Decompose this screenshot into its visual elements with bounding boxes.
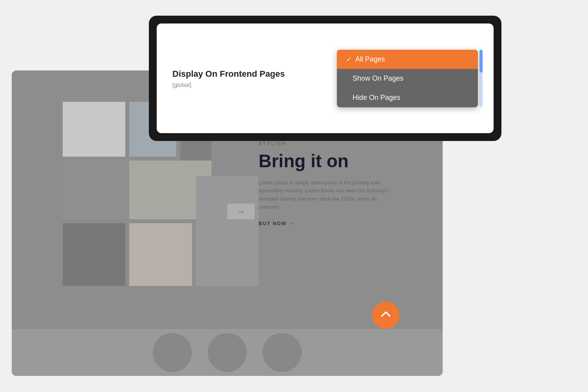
dropdown-item-all-pages[interactable]: All Pages	[337, 50, 478, 69]
bottom-circle-2	[208, 333, 247, 372]
bottom-circle-1	[153, 333, 192, 372]
dropdown-label-all-pages: All Pages	[355, 55, 385, 63]
label-section: Display On Frontend Pages [global]	[172, 69, 337, 88]
photo-block-1	[63, 102, 125, 157]
dropdown-list[interactable]: All Pages Show On Pages Hide On Pages	[337, 50, 478, 107]
photo-block-7	[129, 223, 192, 286]
main-heading: Bring it on	[259, 151, 392, 171]
photo-block-6	[63, 223, 125, 286]
modal-panel: Display On Frontend Pages [global] All P…	[149, 16, 501, 141]
dropdown-label-hide-on-pages: Hide On Pages	[353, 94, 400, 102]
scrollbar-indicator[interactable]	[479, 50, 483, 107]
body-text: Lorem Ipsum is simply dummy text of the …	[259, 179, 392, 211]
bottom-circle-3	[262, 333, 302, 372]
cta-label: BUY NOW	[259, 221, 287, 226]
scroll-to-top-button[interactable]	[372, 302, 400, 329]
right-content: STYLISH Bring it on Lorem Ipsum is simpl…	[259, 141, 392, 226]
stylish-label: STYLISH	[259, 141, 392, 146]
cta-button[interactable]: BUY NOW →	[259, 221, 392, 226]
dropdown-item-hide-on-pages[interactable]: Hide On Pages	[337, 88, 478, 107]
modal-inner: Display On Frontend Pages [global] All P…	[157, 23, 494, 133]
dropdown-item-show-on-pages[interactable]: Show On Pages	[337, 69, 478, 88]
chevron-up-icon	[380, 308, 392, 323]
arrow-icon: →	[237, 207, 245, 216]
dropdown-label-show-on-pages: Show On Pages	[353, 74, 403, 83]
dropdown-container: All Pages Show On Pages Hide On Pages	[337, 50, 478, 107]
scrollbar-thumb	[479, 50, 483, 73]
modal-subtitle: [global]	[172, 81, 321, 88]
modal-title: Display On Frontend Pages	[172, 69, 321, 79]
photo-block-8	[196, 176, 259, 286]
bottom-section	[12, 329, 443, 376]
cta-arrow: →	[290, 221, 295, 226]
arrow-button[interactable]: →	[227, 204, 255, 219]
